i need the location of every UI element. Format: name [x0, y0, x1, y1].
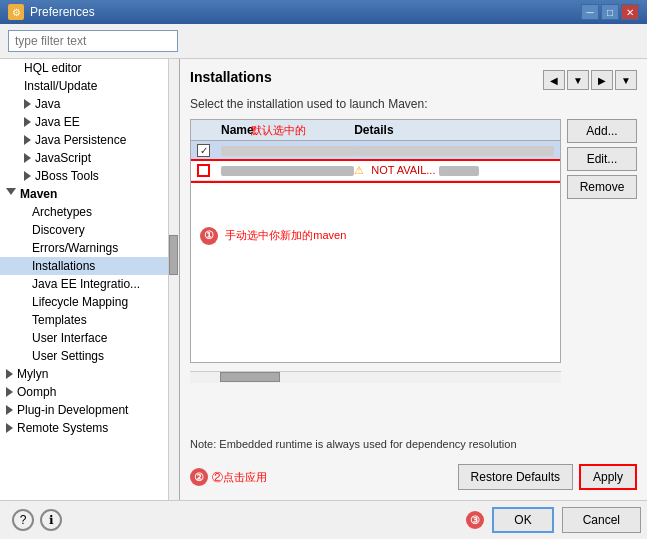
sidebar-item-mylyn[interactable]: Mylyn [0, 365, 179, 383]
nav-dropdown[interactable]: ▼ [567, 70, 589, 90]
sidebar-item-oomph[interactable]: Oomph [0, 383, 179, 401]
title-bar: ⚙ Preferences ─ □ ✕ [0, 0, 647, 24]
sidebar-item-java-ee[interactable]: Java EE [0, 113, 179, 131]
sidebar-item-archetypes[interactable]: Archetypes [0, 203, 179, 221]
sidebar-label: Installations [32, 259, 95, 273]
remove-button[interactable]: Remove [567, 175, 637, 199]
sidebar-item-javascript[interactable]: JavaScript [0, 149, 179, 167]
sidebar-item-user-interface[interactable]: User Interface [0, 329, 179, 347]
annotation-circle2-area: ② ②点击应用 [190, 464, 267, 490]
sidebar-item-plugin-development[interactable]: Plug-in Development [0, 401, 179, 419]
sidebar-label: Java [35, 97, 60, 111]
sidebar-item-installations[interactable]: Installations [0, 257, 179, 275]
expand-icon [24, 153, 31, 163]
minimize-button[interactable]: ─ [581, 4, 599, 20]
sidebar-label: HQL editor [24, 61, 82, 75]
sidebar-label: User Interface [32, 331, 107, 345]
maximize-button[interactable]: □ [601, 4, 619, 20]
note-text: Note: Embedded runtime is always used fo… [190, 437, 637, 452]
search-bar [0, 24, 647, 59]
sidebar-item-discovery[interactable]: Discovery [0, 221, 179, 239]
info-button[interactable]: ℹ [40, 509, 62, 531]
sidebar-item-maven[interactable]: Maven [0, 185, 179, 203]
expand-icon [24, 171, 31, 181]
row2-name [221, 166, 354, 176]
cancel-button[interactable]: Cancel [562, 507, 641, 533]
back-button[interactable]: ◀ [543, 70, 565, 90]
expand-icon [6, 188, 16, 200]
sidebar-item-install-update[interactable]: Install/Update [0, 77, 179, 95]
sidebar-label: Remote Systems [17, 421, 108, 435]
warning-icon: ⚠ [354, 164, 364, 176]
row1-checkbox[interactable] [197, 144, 210, 157]
sidebar-item-java-persistence[interactable]: Java Persistence [0, 131, 179, 149]
sidebar-label: JBoss Tools [35, 169, 99, 183]
row2-details: ⚠ NOT AVAIL... [354, 164, 554, 177]
sidebar-item-user-settings[interactable]: User Settings [0, 347, 179, 365]
panel-subtitle: Select the installation used to launch M… [190, 97, 637, 111]
ok-button[interactable]: OK [492, 507, 553, 533]
sidebar-label: Errors/Warnings [32, 241, 118, 255]
table-header: Name Details [191, 120, 560, 141]
horizontal-scrollbar[interactable] [190, 371, 561, 383]
sidebar-item-remote-systems[interactable]: Remote Systems [0, 419, 179, 437]
sidebar-label: Mylyn [17, 367, 48, 381]
sidebar-label: Java EE [35, 115, 80, 129]
sidebar-label: Maven [20, 187, 57, 201]
window-icon: ⚙ [8, 4, 24, 20]
checkbox-cell[interactable] [197, 144, 221, 157]
table-row[interactable]: 默认选中的 [191, 141, 560, 161]
annotation-circle3-area: ③ [466, 507, 484, 533]
sidebar-item-jboss-tools[interactable]: JBoss Tools [0, 167, 179, 185]
panel-header: Installations ◀ ▼ ▶ ▼ [190, 69, 637, 91]
search-input[interactable] [8, 30, 178, 52]
installations-table: Name Details 默认选中的 [190, 119, 561, 363]
expand-icon [6, 405, 13, 415]
nav-dropdown2[interactable]: ▼ [615, 70, 637, 90]
forward-button[interactable]: ▶ [591, 70, 613, 90]
sidebar-label: Oomph [17, 385, 56, 399]
apply-button[interactable]: Apply [579, 464, 637, 490]
sidebar-item-java[interactable]: Java [0, 95, 179, 113]
sidebar-label: Install/Update [24, 79, 97, 93]
row2-checkbox[interactable] [197, 164, 210, 177]
panel-title: Installations [190, 69, 272, 85]
sidebar-scrollbar-thumb[interactable] [169, 235, 178, 275]
horiz-scrollbar-thumb[interactable] [220, 372, 280, 382]
add-button[interactable]: Add... [567, 119, 637, 143]
sidebar-item-errors-warnings[interactable]: Errors/Warnings [0, 239, 179, 257]
col-name-header: Name [221, 123, 354, 137]
expand-icon [24, 99, 31, 109]
help-button[interactable]: ? [12, 509, 34, 531]
sidebar-scrollbar[interactable] [168, 59, 179, 500]
close-button[interactable]: ✕ [621, 4, 639, 20]
checkbox-cell[interactable] [197, 164, 221, 177]
restore-defaults-button[interactable]: Restore Defaults [458, 464, 573, 490]
table-row[interactable]: ⚠ NOT AVAIL... [191, 161, 560, 181]
sidebar-item-java-ee-integration[interactable]: Java EE Integratio... [0, 275, 179, 293]
row1-name [221, 146, 354, 156]
edit-button[interactable]: Edit... [567, 147, 637, 171]
expand-icon [6, 387, 13, 397]
col-check-header [197, 123, 221, 137]
expand-icon [24, 117, 31, 127]
sidebar-label: Java EE Integratio... [32, 277, 140, 291]
expand-icon [6, 369, 13, 379]
sidebar: HQL editor Install/Update Java Java EE J… [0, 59, 180, 500]
sidebar-item-templates[interactable]: Templates [0, 311, 179, 329]
footer-icons: ? ℹ [6, 507, 62, 533]
right-panel: Installations ◀ ▼ ▶ ▼ Select the install… [180, 59, 647, 500]
nav-controls: ◀ ▼ ▶ ▼ [543, 70, 637, 90]
sidebar-label: JavaScript [35, 151, 91, 165]
sidebar-item-hql-editor[interactable]: HQL editor [0, 59, 179, 77]
expand-icon [6, 423, 13, 433]
sidebar-label: Plug-in Development [17, 403, 128, 417]
col-details-header: Details [354, 123, 554, 137]
sidebar-item-lifecycle-mapping[interactable]: Lifecycle Mapping [0, 293, 179, 311]
sidebar-label: User Settings [32, 349, 104, 363]
sidebar-label: Java Persistence [35, 133, 126, 147]
sidebar-label: Archetypes [32, 205, 92, 219]
sidebar-label: Templates [32, 313, 87, 327]
annotation-click-apply: ②点击应用 [212, 470, 267, 485]
expand-icon [24, 135, 31, 145]
